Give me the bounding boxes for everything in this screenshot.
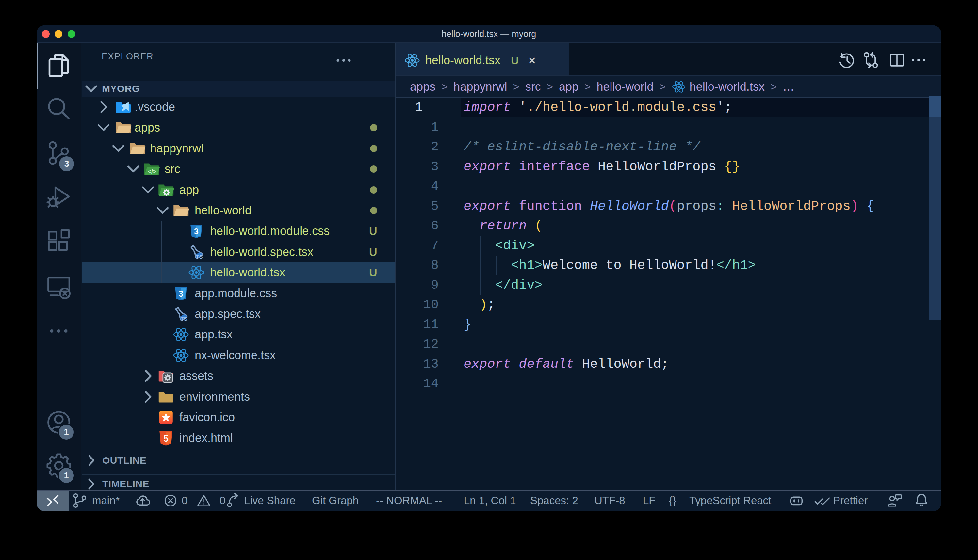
svg-text:</>: </> — [148, 168, 157, 175]
svg-text:5: 5 — [163, 433, 168, 443]
svg-text:TS: TS — [196, 254, 202, 260]
svg-text:TS: TS — [180, 316, 187, 322]
svg-text:3: 3 — [179, 289, 183, 298]
svg-text:3: 3 — [194, 227, 199, 236]
